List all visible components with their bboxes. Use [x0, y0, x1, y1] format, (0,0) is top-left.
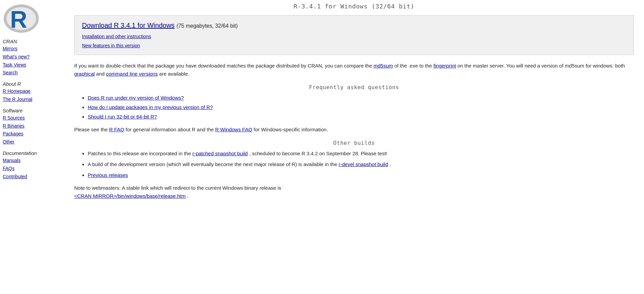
fingerprint-link[interactable]: fingerprint	[433, 63, 456, 69]
build-2-after: .	[390, 161, 391, 167]
md5-paragraph: If you want to double-check that the pac…	[74, 62, 634, 78]
sidebar-link-taskviews[interactable]: Task Views	[3, 61, 65, 69]
build-1-after: , scheduled to become R 3.4.2 on Septemb…	[249, 151, 387, 156]
faq-link-2[interactable]: How do I update packages in my previous …	[88, 104, 213, 110]
r-logo: R	[3, 3, 40, 34]
rpatched-link[interactable]: r-patched snapshot build	[192, 151, 248, 156]
note-before: Note to webmasters: A stable link which …	[74, 185, 281, 191]
software-title: Software	[3, 108, 65, 113]
and-text: and	[96, 71, 105, 77]
md5-text-mid: of the .exe to the	[394, 63, 432, 69]
software-section: Software R Sources R Binaries Packages O…	[3, 108, 65, 146]
faq-item-1: Does R run under my version of Windows?	[88, 94, 634, 102]
about-section: About R R Homepage The R Journal	[3, 81, 65, 104]
other-builds-heading: Other builds	[74, 140, 634, 146]
sidebar-link-rhomepage[interactable]: R Homepage	[3, 87, 65, 96]
previous-releases-link[interactable]: Previous releases	[88, 172, 128, 178]
sidebar-link-rsources[interactable]: R Sources	[3, 114, 65, 122]
download-link[interactable]: Download R 3.4.1 for Windows	[82, 22, 175, 29]
logo-area: R	[3, 3, 65, 34]
documentation-title: Documentation	[3, 150, 65, 156]
builds-list: Patches to this release are incorporated…	[74, 150, 634, 179]
see-before: Please see the	[74, 127, 108, 132]
are-available-text: are available.	[159, 71, 189, 77]
rdevel-link[interactable]: r-devel snapshot build	[339, 161, 388, 167]
new-features-link[interactable]: New features in this version	[82, 41, 626, 50]
build-item-2: A build of the development version (whic…	[88, 160, 634, 168]
cran-section: CRAN Mirrors What's new? Task Views Sear…	[3, 38, 65, 77]
sidebar-link-whatsnew[interactable]: What's new?	[3, 53, 65, 61]
rwinfaq-link[interactable]: R Windows FAQ	[215, 127, 252, 132]
faq-item-3: Should I run 32-bit or 64-bit R?	[88, 113, 634, 121]
build-2-before: A build of the development version (whic…	[88, 161, 337, 167]
md5-text-end: on the master server. You will need a ve…	[457, 63, 625, 69]
see-end: for Windows-specific information.	[254, 127, 328, 132]
sidebar-link-search[interactable]: Search	[3, 69, 65, 77]
see-paragraph: Please see the R FAQ for general informa…	[74, 126, 634, 134]
md5sum-link[interactable]: md5sum	[373, 63, 393, 69]
faq-link-1[interactable]: Does R run under my version of Windows?	[88, 95, 184, 101]
download-box: Download R 3.4.1 for Windows (75 megabyt…	[74, 15, 634, 55]
cran-title: CRAN	[3, 38, 65, 44]
rfaq-link[interactable]: R FAQ	[109, 127, 124, 132]
installation-link[interactable]: Installation and other instructions	[82, 32, 626, 41]
faq-link-3[interactable]: Should I run 32-bit or 64-bit R?	[88, 114, 157, 119]
faq-list: Does R run under my version of Windows? …	[74, 94, 634, 121]
see-mid: for general information about R and the	[126, 127, 214, 132]
sidebar-link-rbinaries[interactable]: R Binaries	[3, 122, 65, 130]
download-title-line: Download R 3.4.1 for Windows (75 megabyt…	[82, 22, 626, 29]
documentation-section: Documentation Manuals FAQs Contributed	[3, 150, 65, 181]
md5-text-before: If you want to double-check that the pac…	[74, 63, 372, 69]
sidebar-link-other[interactable]: Other	[3, 138, 65, 146]
page-title: R-3.4.1 for Windows (32/64 bit)	[74, 3, 634, 10]
note-end: .	[187, 193, 188, 199]
cmdline-link[interactable]: command line versions	[106, 71, 158, 77]
graphical-link[interactable]: graphical	[74, 71, 95, 77]
main-content: R-3.4.1 for Windows (32/64 bit) Download…	[67, 0, 644, 294]
build-item-3: Previous releases	[88, 171, 634, 179]
sidebar-link-rjournal[interactable]: The R Journal	[3, 96, 65, 104]
sidebar-link-contributed[interactable]: Contributed	[3, 173, 65, 181]
about-title: About R	[3, 81, 65, 87]
download-size-info: (75 megabytes, 32/64 bit)	[176, 23, 237, 29]
sidebar-link-faqs[interactable]: FAQs	[3, 165, 65, 173]
faq-heading: Frequently asked questions	[74, 84, 634, 90]
cran-mirror-link[interactable]: <CRAN MIRROR>/bin/windows/base/release.h…	[74, 193, 186, 199]
sidebar-link-manuals[interactable]: Manuals	[3, 157, 65, 165]
sidebar-link-packages[interactable]: Packages	[3, 130, 65, 138]
build-1-before: Patches to this release are incorporated…	[88, 151, 191, 156]
sidebar-link-mirrors[interactable]: Mirrors	[3, 45, 65, 53]
faq-item-2: How do I update packages in my previous …	[88, 103, 634, 111]
note-paragraph: Note to webmasters: A stable link which …	[74, 184, 634, 200]
build-item-1: Patches to this release are incorporated…	[88, 150, 634, 158]
svg-text:R: R	[10, 6, 27, 33]
sidebar: R CRAN Mirrors What's new? Task Views Se…	[0, 0, 67, 294]
